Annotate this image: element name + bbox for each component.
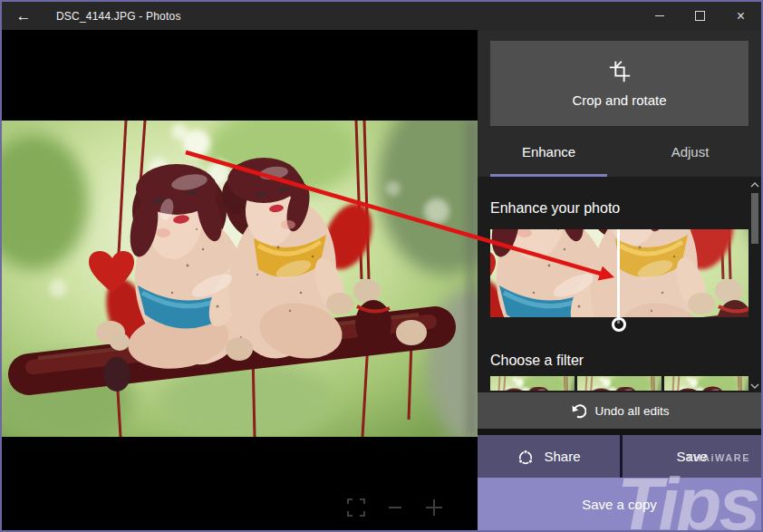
filter-thumbnail[interactable] (490, 376, 575, 391)
scrollbar-thumb[interactable] (751, 193, 758, 244)
titlebar: ← DSC_4144.JPG - Photos × (2, 2, 761, 30)
window-title: DSC_4144.JPG - Photos (56, 10, 181, 23)
tab-adjust[interactable]: Adjust (632, 144, 749, 160)
chevron-down-icon (750, 383, 759, 389)
action-buttons: Share Save (478, 435, 761, 478)
zoom-out-button[interactable] (383, 496, 407, 519)
filter-thumbnail[interactable] (664, 376, 749, 391)
enhance-slider-handle[interactable] (612, 317, 626, 332)
save-label: Save (676, 449, 707, 464)
crop-and-rotate-label: Crop and rotate (572, 92, 666, 108)
close-icon: × (737, 9, 745, 24)
enhance-after-overlay (620, 229, 749, 317)
share-icon (517, 448, 535, 466)
enhance-scroll-area: Enhance your photo Choose a filter (478, 177, 761, 392)
window-controls: × (639, 2, 761, 30)
fit-to-window-button[interactable] (344, 496, 368, 519)
zoom-in-icon (424, 498, 444, 517)
share-button[interactable]: Share (478, 435, 620, 478)
back-button[interactable]: ← (2, 2, 45, 30)
zoom-in-button[interactable] (422, 496, 446, 519)
enhance-heading: Enhance your photo (490, 198, 749, 218)
panel-top: Crop and rotate Enhance Adjust (478, 30, 761, 177)
crop-and-rotate-button[interactable]: Crop and rotate (490, 41, 749, 126)
photo-viewer (2, 30, 478, 530)
filter-thumbnail-image (577, 376, 662, 391)
save-button[interactable]: Save (623, 435, 761, 478)
close-button[interactable]: × (720, 2, 761, 30)
back-icon: ← (16, 7, 32, 25)
viewer-zoom-toolbar (344, 496, 446, 519)
undo-label: Undo all edits (595, 404, 670, 418)
maximize-icon (695, 11, 705, 21)
zoom-out-icon (386, 498, 404, 517)
maximize-button[interactable] (680, 2, 720, 30)
save-a-copy-label: Save a copy (582, 497, 657, 512)
filter-thumbnail[interactable] (577, 376, 662, 391)
undo-all-edits-button[interactable]: Undo all edits (478, 392, 761, 429)
panel-divider (478, 429, 761, 435)
chevron-up-icon (750, 182, 759, 188)
undo-icon (570, 402, 586, 419)
filter-row (490, 376, 749, 391)
panel-scrollbar (749, 179, 760, 392)
save-a-copy-button[interactable]: Save a copy (478, 478, 761, 530)
photo-canvas (2, 121, 478, 437)
edit-panel: Crop and rotate Enhance Adjust Enhance y… (478, 30, 761, 530)
tab-bar: Enhance Adjust (490, 126, 749, 177)
minimize-button[interactable] (639, 2, 680, 30)
enhance-slider[interactable] (617, 229, 620, 324)
share-label: Share (544, 449, 580, 464)
minimize-icon (655, 15, 664, 16)
filter-thumbnail-image (664, 376, 749, 391)
filter-thumbnail-image (490, 376, 575, 391)
filter-heading: Choose a filter (490, 351, 749, 371)
scroll-down-button[interactable] (749, 380, 760, 392)
enhance-preview[interactable] (490, 229, 749, 317)
tab-enhance[interactable]: Enhance (490, 144, 607, 160)
crop-and-rotate-icon (607, 59, 633, 84)
photos-app-window: ← DSC_4144.JPG - Photos × (0, 0, 763, 532)
fit-to-window-icon (346, 498, 366, 517)
scroll-up-button[interactable] (749, 179, 760, 190)
